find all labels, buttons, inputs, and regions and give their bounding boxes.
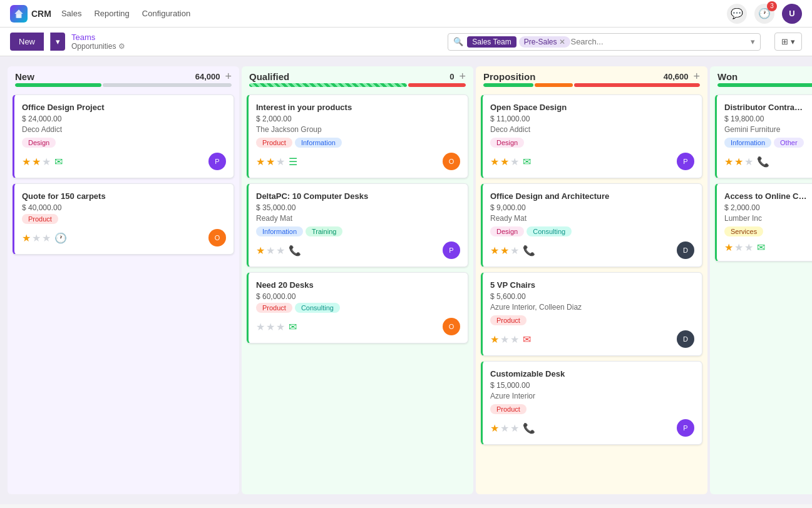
card-title: DeltaPC: 10 Computer Desks [256, 191, 460, 201]
tag-pill[interactable]: Design [22, 138, 56, 148]
tag-pill[interactable]: Training [306, 226, 342, 236]
card-company: Lumber Inc [724, 214, 812, 223]
tag-pill[interactable]: Product [490, 404, 527, 414]
breadcrumb-teams[interactable]: Teams [71, 33, 125, 42]
kanban-card[interactable]: Office Design and Architecture$ 9,000.00… [481, 183, 702, 267]
star-empty[interactable]: ★ [510, 156, 519, 168]
search-input[interactable] [570, 37, 746, 46]
nav-reporting[interactable]: Reporting [94, 6, 129, 21]
star-empty[interactable]: ★ [510, 422, 519, 434]
kanban-card[interactable]: Customizable Desk$ 15,000.00Azure Interi… [481, 361, 702, 445]
clock-icon[interactable]: 🕐 [54, 232, 67, 244]
column-add-proposition[interactable]: + [693, 70, 700, 83]
nav-configuration[interactable]: Configuration [142, 6, 190, 21]
column-header-won: Won+ [710, 66, 812, 83]
notifications-button[interactable]: 🕐 3 [754, 4, 774, 24]
column-add-new[interactable]: + [225, 70, 232, 83]
list-icon[interactable]: ☰ [289, 156, 297, 168]
kanban-card[interactable]: Need 20 Desks$ 60,000.00ProductConsultin… [247, 272, 468, 343]
star-empty[interactable]: ★ [42, 232, 51, 244]
settings-gear-icon[interactable]: ⚙ [118, 42, 125, 51]
star-empty[interactable]: ★ [32, 232, 41, 244]
star-empty[interactable]: ★ [266, 245, 275, 257]
star-filled[interactable]: ★ [490, 156, 499, 168]
star-empty[interactable]: ★ [276, 321, 285, 333]
star-empty[interactable]: ★ [744, 241, 753, 253]
star-empty[interactable]: ★ [744, 156, 753, 168]
email-icon[interactable]: ✉ [54, 156, 63, 168]
kanban-card[interactable]: DeltaPC: 10 Computer Desks$ 35,000.00Rea… [247, 183, 468, 267]
nav-sales[interactable]: Sales [61, 6, 82, 21]
tag-pill[interactable]: Consulting [527, 226, 572, 236]
star-filled[interactable]: ★ [256, 156, 265, 168]
phone-icon[interactable]: 📞 [523, 245, 535, 257]
email-icon[interactable]: ✉ [523, 156, 531, 168]
star-empty[interactable]: ★ [500, 333, 509, 345]
tag-pill[interactable]: Product [22, 214, 58, 224]
card-stars: ★★★ [256, 156, 285, 168]
column-header-proposition: Proposition40,600+ [476, 66, 707, 83]
card-actions: ★★★✉ [724, 241, 765, 253]
kanban-card[interactable]: 5 VP Chairs$ 5,600.00Azure Interior, Col… [481, 272, 702, 356]
tag-pill[interactable]: Design [490, 226, 524, 236]
tag-pill[interactable]: Other [774, 138, 804, 148]
star-filled[interactable]: ★ [266, 156, 275, 168]
tag-pill[interactable]: Design [490, 138, 524, 148]
star-filled[interactable]: ★ [490, 245, 499, 257]
star-filled[interactable]: ★ [22, 232, 31, 244]
star-filled[interactable]: ★ [500, 156, 509, 168]
kanban-card[interactable]: Distributor Contra…$ 19,800.00Gemini Fur… [715, 94, 812, 178]
user-avatar[interactable]: U [782, 4, 802, 24]
kanban-card[interactable]: Quote for 150 carpets$ 40,000.00Product★… [13, 183, 234, 255]
search-tag-sales-team[interactable]: Sales Team [467, 36, 516, 48]
column-add-qualified[interactable]: + [459, 70, 466, 83]
star-empty[interactable]: ★ [500, 422, 509, 434]
star-empty[interactable]: ★ [256, 321, 265, 333]
view-toggle-button[interactable]: ⊞ ▾ [774, 33, 802, 51]
kanban-card[interactable]: Open Space Design$ 11,000.00Deco AddictD… [481, 94, 702, 178]
phone-icon[interactable]: 📞 [289, 245, 301, 257]
phone-icon[interactable]: 📞 [757, 156, 769, 168]
new-dropdown-button[interactable]: ▾ [50, 33, 65, 51]
tag-pill[interactable]: Information [295, 138, 342, 148]
app-logo[interactable]: CRM [10, 5, 51, 23]
tag-pill[interactable]: Consulting [295, 303, 340, 313]
star-empty[interactable]: ★ [510, 245, 519, 257]
tag-pill[interactable]: Information [256, 226, 303, 236]
star-filled[interactable]: ★ [490, 422, 499, 434]
star-filled[interactable]: ★ [32, 156, 41, 168]
star-empty[interactable]: ★ [266, 321, 275, 333]
star-empty[interactable]: ★ [510, 333, 519, 345]
star-empty[interactable]: ★ [276, 156, 285, 168]
phone-icon[interactable]: 📞 [523, 422, 535, 434]
search-filter-presales[interactable]: Pre-Sales ✕ [519, 36, 571, 48]
email-icon[interactable]: ✉ [523, 333, 531, 345]
new-button[interactable]: New [10, 33, 44, 51]
search-dropdown-icon[interactable]: ▾ [751, 37, 755, 46]
star-empty[interactable]: ★ [734, 241, 743, 253]
kanban-card[interactable]: Access to Online C…$ 2,000.00Lumber IncS… [715, 183, 812, 262]
star-filled[interactable]: ★ [734, 156, 743, 168]
email-icon[interactable]: ✉ [757, 241, 765, 253]
star-empty[interactable]: ★ [42, 156, 51, 168]
tag-pill[interactable]: Information [724, 138, 771, 148]
view-options: ⊞ ▾ [774, 33, 802, 51]
remove-filter-icon[interactable]: ✕ [559, 38, 565, 46]
chat-button[interactable]: 💬 [727, 4, 747, 24]
star-filled[interactable]: ★ [724, 241, 733, 253]
star-empty[interactable]: ★ [276, 245, 285, 257]
star-filled[interactable]: ★ [22, 156, 31, 168]
tag-pill[interactable]: Product [256, 138, 292, 148]
tag-pill[interactable]: Services [724, 226, 763, 236]
star-filled[interactable]: ★ [500, 245, 509, 257]
star-filled[interactable]: ★ [490, 333, 499, 345]
kanban-card[interactable]: Interest in your products$ 2,000.00The J… [247, 94, 468, 178]
kanban-card[interactable]: Office Design Project$ 24,000.00Deco Add… [13, 94, 234, 178]
email-icon[interactable]: ✉ [289, 321, 297, 333]
card-tags: ProductConsulting [256, 303, 460, 313]
column-title-proposition: Proposition [483, 71, 535, 82]
star-filled[interactable]: ★ [724, 156, 733, 168]
tag-pill[interactable]: Product [256, 303, 292, 313]
tag-pill[interactable]: Product [490, 315, 527, 325]
star-filled[interactable]: ★ [256, 245, 265, 257]
